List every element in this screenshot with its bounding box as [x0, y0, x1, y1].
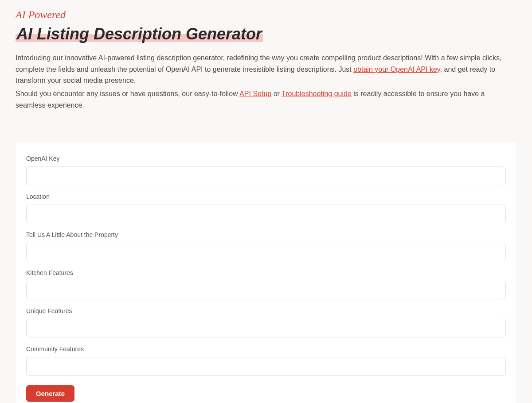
property-input[interactable] — [26, 243, 506, 261]
community-input[interactable] — [26, 357, 506, 376]
intro-paragraph-2: Should you encounter any issues or have … — [16, 88, 516, 111]
property-label: Tell Us A Little About the Property — [26, 231, 506, 238]
kitchen-input[interactable] — [26, 281, 506, 299]
page-title: AI Listing Description Generator — [16, 25, 263, 43]
form-card: OpenAI Key Location Tell Us A Little Abo… — [16, 142, 516, 403]
intro-text: Should you encounter any issues or have … — [16, 90, 239, 97]
location-input[interactable] — [26, 205, 506, 223]
location-label: Location — [26, 193, 506, 200]
kitchen-label: Kitchen Features — [26, 269, 506, 276]
community-label: Community Features — [26, 345, 506, 353]
openai-key-label: OpenAI Key — [26, 155, 506, 162]
intro-text: or — [271, 90, 282, 97]
intro-paragraph-1: Introducing our innovative AI-powered li… — [16, 52, 516, 86]
form-group-kitchen: Kitchen Features — [26, 269, 506, 299]
generate-button[interactable]: Generate — [26, 385, 74, 402]
obtain-api-key-link[interactable]: obtain your OpenAI API key — [353, 66, 440, 73]
troubleshooting-link[interactable]: Troubleshooting guide — [282, 90, 352, 97]
form-group-property: Tell Us A Little About the Property — [26, 231, 506, 261]
unique-label: Unique Features — [26, 307, 506, 314]
openai-key-input[interactable] — [26, 167, 506, 185]
form-group-openai-key: OpenAI Key — [26, 155, 506, 185]
api-setup-link[interactable]: API Setup — [239, 90, 271, 97]
form-group-location: Location — [26, 193, 506, 223]
form-group-unique: Unique Features — [26, 307, 506, 337]
form-group-community: Community Features — [26, 345, 506, 376]
unique-input[interactable] — [26, 319, 506, 337]
tagline: AI Powered — [16, 9, 516, 21]
